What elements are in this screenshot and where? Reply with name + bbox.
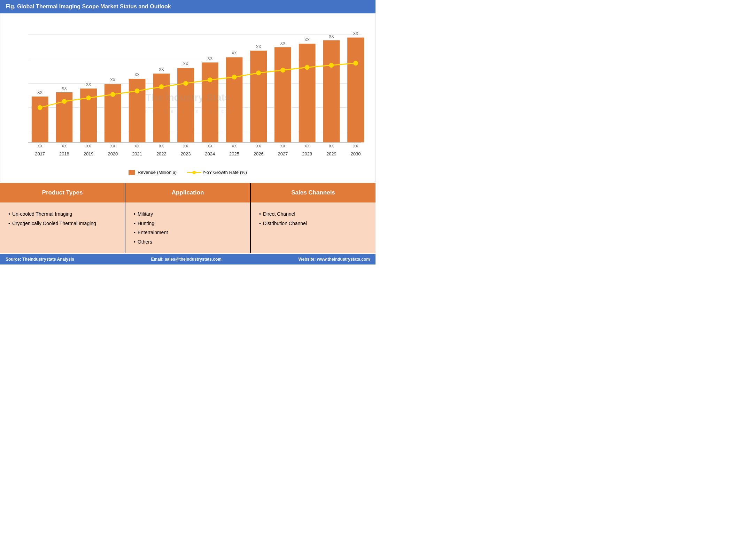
section-product-types-header: Product Types <box>0 183 125 202</box>
svg-text:2027: 2027 <box>278 151 288 156</box>
svg-rect-42 <box>323 40 340 143</box>
svg-text:XX: XX <box>280 144 286 148</box>
svg-point-58 <box>281 68 285 72</box>
section-product-types: Product Types Un-cooled Thermal Imaging … <box>0 183 125 253</box>
list-item: Cryogenically Cooled Thermal Imaging <box>8 219 116 228</box>
svg-text:2024: 2024 <box>205 151 215 156</box>
svg-text:XX: XX <box>232 144 237 148</box>
section-sales-channels: Sales Channels Direct Channel Distributi… <box>251 183 376 253</box>
svg-text:XX: XX <box>134 72 140 77</box>
svg-point-48 <box>38 106 42 110</box>
svg-point-51 <box>111 92 115 97</box>
svg-text:XX: XX <box>86 144 91 148</box>
svg-text:XX: XX <box>159 144 164 148</box>
section-application-body: Military Hunting Entertainment Others <box>125 202 250 253</box>
svg-rect-33 <box>250 51 267 142</box>
svg-text:XX: XX <box>134 144 140 148</box>
sales-channels-list: Direct Channel Distribution Channel <box>259 209 367 228</box>
svg-text:2023: 2023 <box>181 151 191 156</box>
svg-text:2021: 2021 <box>132 151 142 156</box>
svg-text:XX: XX <box>232 51 237 55</box>
svg-text:XX: XX <box>37 90 42 94</box>
svg-text:XX: XX <box>62 86 67 90</box>
svg-point-56 <box>232 75 236 79</box>
svg-text:XX: XX <box>207 56 212 60</box>
svg-point-55 <box>208 78 212 82</box>
svg-text:XX: XX <box>329 34 334 38</box>
svg-text:XX: XX <box>207 144 212 148</box>
list-item: Hunting <box>134 219 242 228</box>
svg-text:XX: XX <box>304 144 310 148</box>
svg-rect-18 <box>129 79 146 142</box>
svg-text:XX: XX <box>280 41 286 45</box>
legend-line: Y-oY Growth Rate (%) <box>187 170 247 175</box>
svg-text:m a r k e t   r e s e a r c h: m a r k e t r e s e a r c h <box>144 108 232 114</box>
svg-point-79 <box>192 171 196 174</box>
list-item: Military <box>134 209 242 219</box>
svg-text:XX: XX <box>62 144 67 148</box>
svg-point-59 <box>305 65 309 69</box>
section-application: Application Military Hunting Entertainme… <box>125 183 250 253</box>
page-header: Fig. Global Thermal Imaging Scope Market… <box>0 0 376 13</box>
application-list: Military Hunting Entertainment Others <box>134 209 242 246</box>
svg-text:XX: XX <box>256 144 261 148</box>
footer-source: Source: Theindustrystats Analysis <box>6 257 74 262</box>
footer-website: Website: www.theindustrystats.com <box>299 257 370 262</box>
footer-email: Email: sales@theindustrystats.com <box>151 257 222 262</box>
svg-text:XX: XX <box>37 144 42 148</box>
svg-point-49 <box>62 99 66 103</box>
section-sales-channels-header: Sales Channels <box>251 183 376 202</box>
svg-point-61 <box>354 61 358 65</box>
svg-rect-39 <box>299 44 316 143</box>
svg-point-57 <box>256 71 261 75</box>
svg-text:2025: 2025 <box>229 151 239 156</box>
section-application-header: Application <box>125 183 250 202</box>
svg-rect-45 <box>347 38 364 143</box>
svg-text:XX: XX <box>183 144 188 148</box>
svg-text:XX: XX <box>353 144 358 148</box>
list-item: Others <box>134 237 242 247</box>
svg-text:2026: 2026 <box>254 151 264 156</box>
chart-container: XX XX XX XX XX XX XX XX XX XX XX XX XX X… <box>0 13 376 182</box>
list-item: Un-cooled Thermal Imaging <box>8 209 116 219</box>
chart-svg: XX XX XX XX XX XX XX XX XX XX XX XX XX X… <box>11 21 365 167</box>
legend-bar-label: Revenue (Million $) <box>138 170 177 175</box>
svg-text:XX: XX <box>183 62 188 66</box>
svg-text:2019: 2019 <box>84 151 94 156</box>
svg-text:XX: XX <box>256 45 261 49</box>
svg-text:2020: 2020 <box>108 151 118 156</box>
svg-text:2028: 2028 <box>302 151 312 156</box>
svg-point-52 <box>135 89 139 93</box>
section-product-types-body: Un-cooled Thermal Imaging Cryogenically … <box>0 202 125 253</box>
product-types-list: Un-cooled Thermal Imaging Cryogenically … <box>8 209 116 228</box>
svg-text:XX: XX <box>304 38 310 42</box>
svg-point-50 <box>86 96 91 100</box>
list-item: Direct Channel <box>259 209 367 219</box>
svg-text:XX: XX <box>110 144 116 148</box>
page-title: Fig. Global Thermal Imaging Scope Market… <box>6 3 171 9</box>
svg-rect-36 <box>274 47 291 143</box>
svg-text:2029: 2029 <box>326 151 336 156</box>
svg-text:The Industry Stats: The Industry Stats <box>145 92 230 103</box>
bottom-sections: Product Types Un-cooled Thermal Imaging … <box>0 183 376 253</box>
chart-area: XX XX XX XX XX XX XX XX XX XX XX XX XX X… <box>11 21 365 167</box>
svg-text:2022: 2022 <box>156 151 167 156</box>
svg-text:2018: 2018 <box>59 151 69 156</box>
legend-line-icon <box>187 170 201 175</box>
svg-text:XX: XX <box>329 144 334 148</box>
svg-point-60 <box>329 63 333 67</box>
svg-text:2017: 2017 <box>35 151 45 156</box>
list-item: Entertainment <box>134 228 242 237</box>
chart-legend: Revenue (Million $) Y-oY Growth Rate (%) <box>11 170 365 175</box>
svg-text:XX: XX <box>353 31 358 36</box>
legend-bar: Revenue (Million $) <box>129 170 177 175</box>
legend-bar-box <box>129 170 135 175</box>
section-sales-channels-body: Direct Channel Distribution Channel <box>251 202 376 253</box>
svg-text:XX: XX <box>86 82 91 86</box>
svg-point-53 <box>159 85 163 89</box>
list-item: Distribution Channel <box>259 219 367 228</box>
svg-point-54 <box>184 81 188 85</box>
svg-rect-24 <box>177 68 194 142</box>
page-footer: Source: Theindustrystats Analysis Email:… <box>0 254 376 264</box>
svg-text:2030: 2030 <box>351 151 361 156</box>
